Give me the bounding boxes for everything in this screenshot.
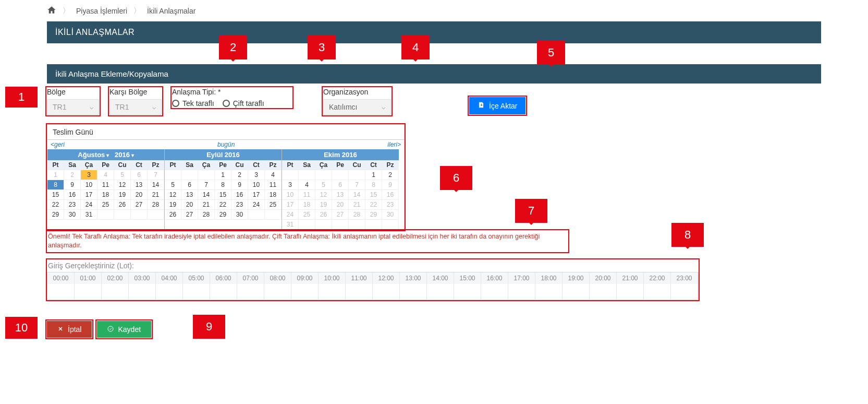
lot-hour-cell[interactable]	[156, 284, 183, 300]
calendar-day[interactable]: 31	[282, 220, 299, 230]
calendar-day[interactable]: 11	[265, 180, 282, 190]
lot-hour-cell[interactable]	[237, 284, 264, 300]
calendar-day[interactable]: 27	[332, 210, 349, 220]
lot-hour-cell[interactable]	[183, 284, 210, 300]
calendar-day[interactable]: 17	[248, 190, 265, 200]
breadcrumb-item-1[interactable]: Piyasa İşlemleri	[76, 7, 127, 15]
cancel-button[interactable]: İptal	[47, 321, 92, 338]
calendar-day[interactable]: 4	[265, 170, 282, 180]
calendar-day[interactable]: 5	[114, 170, 131, 180]
lot-hour-cell[interactable]	[427, 284, 454, 300]
calendar-day[interactable]: 2	[382, 170, 399, 180]
calendar-day[interactable]: 1	[365, 170, 382, 180]
calendar-day[interactable]: 14	[148, 180, 164, 190]
calendar-day[interactable]: 3	[81, 170, 97, 180]
calendar-back[interactable]: <geri	[51, 141, 65, 148]
lot-hour-cell[interactable]	[346, 284, 373, 300]
calendar-day[interactable]: 14	[198, 190, 215, 200]
lot-hour-cell[interactable]	[644, 284, 671, 300]
lot-hour-cell[interactable]	[210, 284, 237, 300]
lot-hour-cell[interactable]	[47, 284, 75, 300]
calendar-day[interactable]: 15	[365, 190, 382, 200]
calendar-day[interactable]: 16	[382, 190, 399, 200]
calendar-day[interactable]: 21	[349, 200, 365, 210]
calendar-day[interactable]: 8	[365, 180, 382, 190]
calendar-day[interactable]: 6	[131, 170, 148, 180]
calendar-day[interactable]: 31	[81, 210, 97, 220]
calendar-day[interactable]: 15	[215, 190, 231, 200]
calendar-day[interactable]: 5	[315, 180, 332, 190]
lot-hour-cell[interactable]	[129, 284, 156, 300]
breadcrumb-item-2[interactable]: İkili Anlaşmalar	[147, 7, 195, 15]
calendar-day[interactable]: 23	[64, 200, 81, 210]
calendar-day[interactable]: 12	[315, 190, 332, 200]
calendar-day[interactable]: 12	[165, 190, 181, 200]
calendar-day[interactable]: 17	[282, 200, 299, 210]
lot-hour-cell[interactable]	[617, 284, 644, 300]
calendar-day[interactable]: 10	[248, 180, 265, 190]
calendar-day[interactable]: 24	[248, 200, 265, 210]
calendar-day[interactable]: 10	[282, 190, 299, 200]
calendar-day[interactable]: 3	[282, 180, 299, 190]
calendar-day[interactable]: 24	[282, 210, 299, 220]
calendar-day[interactable]: 25	[265, 200, 282, 210]
calendar-day[interactable]: 8	[215, 180, 231, 190]
calendar-day[interactable]: 21	[148, 190, 164, 200]
calendar-day[interactable]: 14	[349, 190, 365, 200]
lot-hour-cell[interactable]	[102, 284, 129, 300]
calendar-day[interactable]: 28	[148, 200, 164, 210]
calendar-day[interactable]: 25	[299, 210, 315, 220]
lot-hour-cell[interactable]	[563, 284, 590, 300]
calendar-day[interactable]: 1	[47, 170, 64, 180]
calendar-day[interactable]: 2	[231, 170, 248, 180]
calendar-day[interactable]: 7	[148, 170, 164, 180]
calendar-day[interactable]: 30	[231, 210, 248, 220]
calendar-day[interactable]: 29	[365, 210, 382, 220]
save-button[interactable]: Kaydet	[97, 321, 151, 338]
lot-hour-cell[interactable]	[671, 284, 698, 300]
calendar-day[interactable]: 27	[131, 200, 148, 210]
calendar-day[interactable]: 26	[315, 210, 332, 220]
calendar-day[interactable]: 13	[332, 190, 349, 200]
region-dropdown[interactable]: TR1 ⌵	[47, 99, 99, 115]
calendar-day[interactable]: 21	[198, 200, 215, 210]
calendar-day[interactable]: 13	[181, 190, 198, 200]
calendar-day[interactable]: 7	[198, 180, 215, 190]
lot-hour-cell[interactable]	[508, 284, 535, 300]
calendar-forward[interactable]: ileri>	[387, 141, 401, 148]
lot-hour-cell[interactable]	[319, 284, 346, 300]
calendar-day[interactable]: 26	[165, 210, 181, 220]
calendar-day[interactable]: 17	[81, 190, 97, 200]
home-icon[interactable]	[47, 5, 56, 16]
calendar-day[interactable]: 16	[64, 190, 81, 200]
calendar-day[interactable]: 9	[382, 180, 399, 190]
calendar-day[interactable]: 23	[382, 200, 399, 210]
calendar-day[interactable]: 5	[165, 180, 181, 190]
calendar-day[interactable]: 19	[315, 200, 332, 210]
calendar-day[interactable]: 3	[248, 170, 265, 180]
calendar-day[interactable]: 24	[81, 200, 97, 210]
calendar-day[interactable]: 30	[64, 210, 81, 220]
calendar-day[interactable]: 29	[47, 210, 64, 220]
lot-hour-cell[interactable]	[264, 284, 291, 300]
calendar-day[interactable]: 1	[215, 170, 231, 180]
calendar-day[interactable]: 18	[97, 190, 114, 200]
calendar-day[interactable]: 11	[97, 180, 114, 190]
calendar-day[interactable]: 28	[349, 210, 365, 220]
radio-double-side[interactable]: Çift taraflı	[223, 99, 264, 108]
calendar-day[interactable]: 19	[114, 190, 131, 200]
lot-hour-cell[interactable]	[373, 284, 400, 300]
calendar-day[interactable]: 2	[64, 170, 81, 180]
calendar-day[interactable]: 18	[265, 190, 282, 200]
calendar-day[interactable]: 13	[131, 180, 148, 190]
lot-hour-cell[interactable]	[400, 284, 427, 300]
calendar-day[interactable]: 9	[231, 180, 248, 190]
calendar-day[interactable]: 11	[299, 190, 315, 200]
calendar-day[interactable]: 6	[181, 180, 198, 190]
calendar-day[interactable]: 9	[64, 180, 81, 190]
calendar-day[interactable]: 29	[215, 210, 231, 220]
lot-hour-cell[interactable]	[590, 284, 617, 300]
calendar-day[interactable]: 4	[299, 180, 315, 190]
organization-dropdown[interactable]: Katılımcı ⌵	[323, 99, 391, 115]
lot-hour-cell[interactable]	[535, 284, 563, 300]
